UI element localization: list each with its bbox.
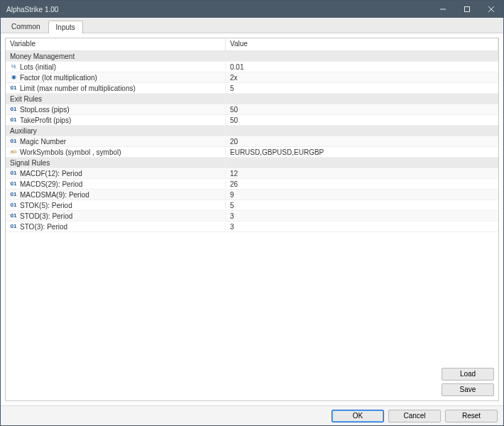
type-half-icon: ½ — [10, 63, 17, 70]
type-num-icon: 01 — [10, 170, 17, 177]
type-str-icon: ab — [10, 148, 17, 155]
tab-common[interactable]: Common — [4, 20, 48, 33]
param-name: ½Lots (initial) — [6, 63, 226, 71]
param-value[interactable]: 9 — [226, 191, 498, 199]
type-num-icon: 01 — [10, 84, 17, 92]
header-variable: Variable — [6, 38, 226, 50]
group-label: Exit Rules — [6, 95, 226, 103]
table-row[interactable]: 01Limit (max number of multiplications)5 — [6, 83, 498, 94]
load-button[interactable]: Load — [442, 368, 494, 381]
close-icon[interactable] — [479, 1, 503, 18]
table-row[interactable]: abWorkSymbols (symbol , symbol)EURUSD,GB… — [6, 147, 498, 158]
param-name: abWorkSymbols (symbol , symbol) — [6, 148, 226, 156]
param-value[interactable]: 12 — [226, 170, 498, 178]
table-row[interactable]: ½Lots (initial)0.01 — [6, 62, 498, 72]
type-num-icon: 01 — [10, 191, 17, 198]
param-name: 01STOD(3): Period — [6, 212, 226, 220]
param-value[interactable]: 5 — [226, 202, 498, 209]
ok-button[interactable]: OK — [332, 410, 384, 422]
side-buttons: Load Save — [442, 368, 494, 396]
cancel-button[interactable]: Cancel — [388, 410, 441, 422]
param-value[interactable]: 50 — [226, 116, 498, 124]
table-rows: Money Management½Lots (initial)0.01◉Fact… — [6, 51, 498, 400]
param-name: ◉Factor (lot multiplication) — [6, 74, 226, 82]
param-name: 01TakeProfit (pips) — [6, 116, 226, 124]
type-dot-icon: ◉ — [10, 74, 17, 81]
titlebar: AlphaStrike 1.00 — [1, 1, 503, 18]
param-name: 01Limit (max number of multiplications) — [6, 84, 226, 92]
type-num-icon: 01 — [10, 180, 17, 187]
save-button[interactable]: Save — [442, 383, 494, 396]
table-row[interactable]: 01StopLoss (pips)50 — [6, 104, 498, 115]
param-name: 01MACDSMA(9): Period — [6, 191, 226, 199]
content-area: Variable Value Money Management½Lots (in… — [1, 33, 503, 405]
param-value[interactable]: 0.01 — [226, 63, 498, 71]
table-row[interactable]: 01TakeProfit (pips)50 — [6, 115, 498, 126]
group-row: Money Management — [6, 51, 498, 62]
table-row[interactable]: 01MACDF(12): Period12 — [6, 168, 498, 179]
tab-bar: Common Inputs — [1, 18, 503, 33]
group-row: Signal Rules — [6, 158, 498, 168]
tab-inputs[interactable]: Inputs — [48, 21, 83, 33]
param-name: 01StopLoss (pips) — [6, 106, 226, 114]
param-name: 01STOK(5): Period — [6, 202, 226, 209]
table-row[interactable]: 01Magic Number20 — [6, 136, 498, 147]
maximize-icon[interactable] — [455, 1, 479, 18]
param-value[interactable]: 2x — [226, 74, 498, 82]
group-label: Auxiliary — [6, 127, 226, 135]
type-num-icon: 01 — [10, 106, 17, 113]
parameters-table: Variable Value Money Management½Lots (in… — [5, 38, 499, 401]
param-name: 01STO(3): Period — [6, 223, 226, 231]
param-value[interactable]: 3 — [226, 212, 498, 220]
table-row[interactable]: 01MACDS(29): Period26 — [6, 179, 498, 190]
group-row: Auxiliary — [6, 126, 498, 136]
param-value[interactable]: 3 — [226, 223, 498, 231]
group-label: Money Management — [6, 53, 226, 60]
param-value[interactable]: 20 — [226, 138, 498, 146]
header-value: Value — [226, 38, 498, 50]
table-row[interactable]: 01STOD(3): Period3 — [6, 211, 498, 222]
window-controls — [431, 1, 503, 18]
footer: OK Cancel Reset — [1, 405, 503, 425]
minimize-icon[interactable] — [431, 1, 455, 18]
group-label: Signal Rules — [6, 159, 226, 167]
table-row[interactable]: 01STO(3): Period3 — [6, 222, 498, 232]
window-title: AlphaStrike 1.00 — [6, 6, 58, 13]
type-num-icon: 01 — [10, 138, 17, 145]
group-row: Exit Rules — [6, 94, 498, 104]
type-num-icon: 01 — [10, 223, 17, 230]
reset-button[interactable]: Reset — [445, 410, 498, 422]
param-value[interactable]: 26 — [226, 180, 498, 188]
table-row[interactable]: 01STOK(5): Period5 — [6, 200, 498, 211]
param-value[interactable]: 5 — [226, 84, 498, 92]
table-header: Variable Value — [6, 38, 498, 51]
param-value[interactable]: 50 — [226, 106, 498, 114]
param-name: 01MACDF(12): Period — [6, 170, 226, 178]
type-num-icon: 01 — [10, 116, 17, 124]
type-num-icon: 01 — [10, 202, 17, 209]
param-name: 01Magic Number — [6, 138, 226, 146]
type-num-icon: 01 — [10, 212, 17, 219]
table-row[interactable]: 01MACDSMA(9): Period9 — [6, 190, 498, 200]
svg-rect-1 — [465, 7, 470, 12]
param-name: 01MACDS(29): Period — [6, 180, 226, 188]
param-value[interactable]: EURUSD,GBPUSD,EURGBP — [226, 148, 498, 156]
table-row[interactable]: ◉Factor (lot multiplication)2x — [6, 72, 498, 83]
